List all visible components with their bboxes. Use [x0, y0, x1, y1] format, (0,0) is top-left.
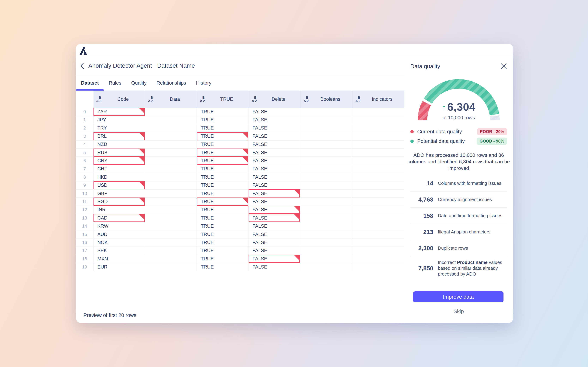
cell-data[interactable] [145, 182, 197, 190]
cell-code[interactable]: NZD [94, 141, 145, 149]
cell-indicators[interactable] [352, 124, 404, 132]
cell-indicators[interactable] [352, 108, 404, 116]
cell-booleans[interactable] [300, 165, 352, 173]
cell-data[interactable] [145, 206, 197, 214]
cell-true[interactable]: TRUE [197, 222, 249, 230]
cell-code[interactable]: USD [94, 182, 145, 190]
cell-code[interactable]: KRW [94, 222, 145, 230]
column-header-data[interactable]: BA 2Data [145, 91, 197, 108]
tab-rules[interactable]: Rules [104, 75, 126, 91]
cell-true[interactable]: TRUE [197, 190, 249, 198]
cell-data[interactable] [145, 165, 197, 173]
cell-indicators[interactable] [352, 132, 404, 141]
skip-button[interactable]: Skip [404, 307, 513, 315]
cell-delete[interactable]: FALSE [249, 230, 300, 239]
tab-history[interactable]: History [191, 75, 216, 91]
cell-delete[interactable]: FALSE [249, 214, 300, 222]
cell-indicators[interactable] [352, 247, 404, 255]
cell-data[interactable] [145, 263, 197, 271]
cell-delete[interactable]: FALSE [249, 132, 300, 141]
cell-indicators[interactable] [352, 190, 404, 198]
column-header-delete[interactable]: BA 2Delete [249, 91, 301, 108]
cell-data[interactable] [145, 214, 197, 222]
cell-booleans[interactable] [300, 206, 352, 214]
cell-booleans[interactable] [300, 255, 352, 263]
cell-delete[interactable]: FALSE [249, 165, 300, 173]
cell-data[interactable] [145, 157, 197, 165]
cell-true[interactable]: TRUE [197, 255, 249, 263]
cell-true[interactable]: TRUE [197, 165, 249, 173]
cell-booleans[interactable] [300, 141, 352, 149]
cell-delete[interactable]: FALSE [249, 190, 300, 198]
cell-booleans[interactable] [300, 222, 352, 230]
cell-delete[interactable]: FALSE [249, 157, 300, 165]
cell-code[interactable]: BRL [94, 132, 145, 141]
cell-delete[interactable]: FALSE [249, 173, 300, 181]
cell-data[interactable] [145, 230, 197, 239]
cell-code[interactable]: AUD [94, 230, 145, 239]
cell-data[interactable] [145, 222, 197, 230]
cell-data[interactable] [145, 124, 197, 132]
cell-booleans[interactable] [300, 132, 352, 141]
tab-relationships[interactable]: Relationships [152, 75, 191, 91]
cell-indicators[interactable] [352, 239, 404, 247]
cell-data[interactable] [145, 116, 197, 124]
cell-indicators[interactable] [352, 230, 404, 239]
cell-code[interactable]: GBP [94, 190, 145, 198]
cell-true[interactable]: TRUE [197, 116, 249, 124]
cell-true[interactable]: TRUE [197, 108, 249, 116]
cell-code[interactable]: SGD [94, 198, 145, 206]
cell-indicators[interactable] [352, 255, 404, 263]
cell-data[interactable] [145, 173, 197, 181]
column-header-booleans[interactable]: BA 2Booleans [301, 91, 353, 108]
cell-code[interactable]: EUR [94, 263, 145, 271]
cell-code[interactable]: CHF [94, 165, 145, 173]
cell-true[interactable]: TRUE [197, 214, 249, 222]
cell-delete[interactable]: FALSE [249, 198, 300, 206]
cell-true[interactable]: TRUE [197, 263, 249, 271]
cell-true[interactable]: TRUE [197, 157, 249, 165]
cell-true[interactable]: TRUE [197, 124, 249, 132]
cell-true[interactable]: TRUE [197, 198, 249, 206]
cell-booleans[interactable] [300, 173, 352, 181]
cell-true[interactable]: TRUE [197, 132, 249, 141]
cell-code[interactable]: RUB [94, 149, 145, 157]
cell-code[interactable]: TRY [94, 124, 145, 132]
cell-booleans[interactable] [300, 124, 352, 132]
cell-delete[interactable]: FALSE [249, 108, 300, 116]
cell-delete[interactable]: FALSE [249, 263, 300, 271]
cell-data[interactable] [145, 198, 197, 206]
column-header-true[interactable]: BA 2TRUE [197, 91, 249, 108]
cell-indicators[interactable] [352, 173, 404, 181]
cell-data[interactable] [145, 108, 197, 116]
cell-code[interactable]: JPY [94, 116, 145, 124]
cell-delete[interactable]: FALSE [249, 141, 300, 149]
cell-code[interactable]: ZAR [94, 108, 145, 116]
tab-dataset[interactable]: Dataset [76, 75, 104, 91]
column-header-indicators[interactable]: BA 2Indicators [353, 91, 404, 108]
cell-indicators[interactable] [352, 165, 404, 173]
cell-delete[interactable]: FALSE [249, 182, 300, 190]
cell-booleans[interactable] [300, 239, 352, 247]
cell-true[interactable]: TRUE [197, 230, 249, 239]
improve-data-button[interactable]: Improve data [413, 292, 503, 302]
cell-booleans[interactable] [300, 263, 352, 271]
cell-true[interactable]: TRUE [197, 239, 249, 247]
cell-indicators[interactable] [352, 222, 404, 230]
cell-data[interactable] [145, 255, 197, 263]
tab-quality[interactable]: Quality [126, 75, 152, 91]
cell-indicators[interactable] [352, 116, 404, 124]
column-header-code[interactable]: BA 2Code [94, 91, 145, 108]
cell-delete[interactable]: FALSE [249, 222, 300, 230]
cell-indicators[interactable] [352, 149, 404, 157]
cell-booleans[interactable] [300, 149, 352, 157]
cell-indicators[interactable] [352, 206, 404, 214]
cell-data[interactable] [145, 141, 197, 149]
cell-booleans[interactable] [300, 182, 352, 190]
cell-booleans[interactable] [300, 157, 352, 165]
cell-delete[interactable]: FALSE [249, 206, 300, 214]
cell-code[interactable]: HKD [94, 173, 145, 181]
cell-true[interactable]: TRUE [197, 206, 249, 214]
cell-booleans[interactable] [300, 198, 352, 206]
back-button[interactable] [76, 56, 88, 75]
